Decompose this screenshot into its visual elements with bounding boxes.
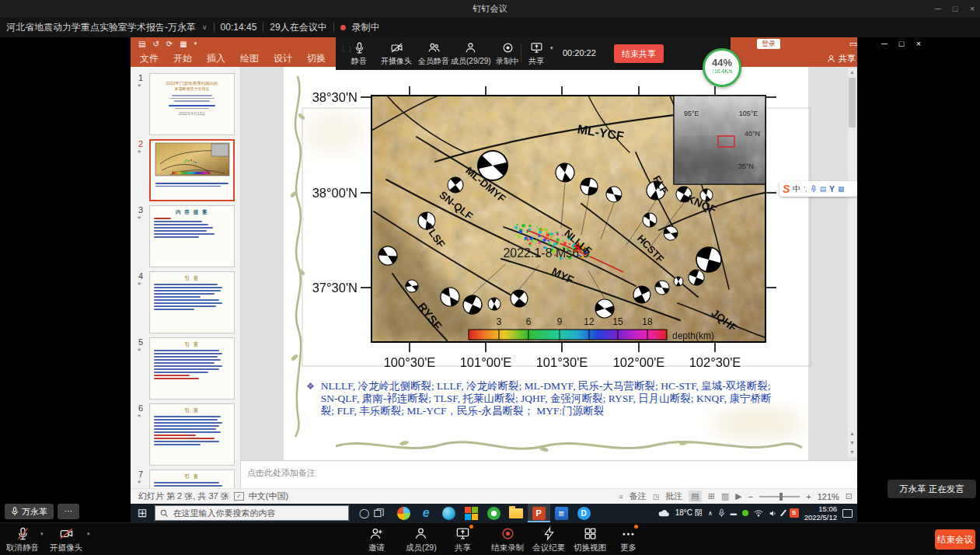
volume-icon[interactable] xyxy=(769,509,777,518)
taskbar-app-green[interactable] xyxy=(483,504,505,522)
slide-thumbnail-panel[interactable]: 1 ★ 2022年门源地震序列揭示的 发震断层及力学特征 2022年6月12日 … xyxy=(131,67,241,488)
close-button[interactable]: × xyxy=(964,0,980,17)
ppt-login-button[interactable]: 登录 xyxy=(757,39,780,49)
weather-cloud-icon[interactable] xyxy=(658,509,670,517)
scrollbar-thumb[interactable] xyxy=(849,78,856,127)
self-speaking-pill[interactable]: 万永革 xyxy=(5,504,54,519)
taskbar-app-bluedoc[interactable]: ≣ xyxy=(550,504,573,522)
taskbar-app-dingtalk[interactable]: D xyxy=(573,504,595,522)
tray-expand-icon[interactable]: ∧ xyxy=(708,510,713,517)
network-icon[interactable] xyxy=(754,509,763,517)
ribbon-options-icon[interactable]: ▭ xyxy=(845,37,862,50)
slideshow-button[interactable]: ▶ xyxy=(735,491,741,501)
keyboard-icon[interactable]: ▤ xyxy=(820,185,827,193)
share-menu-button[interactable]: 共享 xyxy=(528,41,544,67)
zoom-slider[interactable] xyxy=(759,496,800,497)
stop-record-button[interactable]: 结束录制 xyxy=(491,526,524,553)
comments-toggle[interactable]: 批注 xyxy=(665,490,682,502)
recording-indicator[interactable]: 录制中 xyxy=(496,41,519,67)
sogou-logo-icon[interactable]: S xyxy=(783,183,790,195)
chevron-down-icon[interactable]: ▾ xyxy=(40,531,44,537)
tab-transitions[interactable]: 切换 xyxy=(307,52,326,65)
voice-icon[interactable] xyxy=(811,185,817,193)
skin-icon[interactable]: Y xyxy=(829,185,835,194)
camera-on-button[interactable]: 开摄像头 xyxy=(381,41,412,67)
language-indicator[interactable]: 中文(中国) xyxy=(249,490,288,502)
normal-view-button[interactable]: ▤ xyxy=(689,490,701,502)
ppt-maximize-button[interactable]: □ xyxy=(893,37,910,50)
cortana-icon[interactable]: ◯ xyxy=(355,508,374,518)
start-button[interactable]: ⊞ xyxy=(131,506,155,520)
tab-home[interactable]: 开始 xyxy=(173,52,192,65)
zoom-in-button[interactable]: + xyxy=(806,492,811,501)
scroll-up-icon[interactable]: ▲ xyxy=(848,69,856,75)
invite-button[interactable]: 邀请 xyxy=(368,526,385,553)
sogou-input-toolbar[interactable]: S 中 ’, ▤ Y ▦ xyxy=(779,181,857,197)
ppt-share-button[interactable]: 共享 xyxy=(827,50,856,67)
tray-sogou-icon[interactable]: S xyxy=(790,508,799,518)
chevron-down-icon[interactable]: ▾ xyxy=(550,45,553,51)
edit-scrollbar[interactable]: ▲ ▲ ▼ ▼ xyxy=(848,68,856,457)
members-button[interactable]: 成员(29/29) xyxy=(451,41,491,67)
punctuation-icon[interactable]: ’, xyxy=(804,185,807,193)
chevron-down-icon[interactable]: ∨ xyxy=(202,23,208,31)
notification-center-icon[interactable] xyxy=(842,509,853,518)
minimize-button[interactable]: ─ xyxy=(930,0,946,17)
thumbnail-slide-5[interactable]: 引 言 xyxy=(149,337,235,400)
save-icon[interactable]: ▤ xyxy=(138,40,145,48)
camera-on-button[interactable]: 开摄像头 xyxy=(50,526,82,553)
task-view-icon[interactable] xyxy=(374,508,392,518)
taskbar-search[interactable]: 在这里输入你要搜索的内容 xyxy=(155,505,349,521)
minutes-button[interactable]: 会议纪要 xyxy=(532,526,565,553)
end-share-button[interactable]: 结束共享 xyxy=(614,44,664,63)
thumbnail-slide-1[interactable]: 2022年门源地震序列揭示的 发震断层及力学特征 2022年6月12日 xyxy=(149,73,235,135)
more-button[interactable]: 更多 xyxy=(620,526,636,553)
thumbnail-slide-6[interactable]: 引 言 xyxy=(149,403,235,466)
zoom-slider-thumb[interactable] xyxy=(779,493,783,501)
tray-mic-icon[interactable] xyxy=(718,508,725,518)
pen-icon[interactable] xyxy=(780,510,786,517)
taskbar-app-browser360[interactable] xyxy=(392,504,415,522)
ppt-minimize-button[interactable]: ─ xyxy=(876,37,893,50)
end-meeting-button[interactable]: 结束会议 xyxy=(935,529,975,550)
chevron-down-icon[interactable]: ▾ xyxy=(87,531,90,537)
taskbar-clock[interactable]: 15:06 2022/5/12 xyxy=(804,504,837,522)
self-more-button[interactable]: ··· xyxy=(58,504,79,519)
notes-toggle[interactable]: 备注 xyxy=(630,490,647,502)
prev-slide-icon[interactable]: ▲ xyxy=(848,431,856,436)
redo-icon[interactable]: ⟳ xyxy=(166,40,173,48)
notes-pane[interactable]: 点击此处添加备注 xyxy=(241,460,857,488)
next-slide-icon[interactable]: ▼ xyxy=(848,440,856,445)
thumbnail-slide-2-selected[interactable] xyxy=(149,139,235,201)
ppt-close-button[interactable]: × xyxy=(910,37,927,50)
tab-insert[interactable]: 插入 xyxy=(207,52,225,65)
tab-draw[interactable]: 绘图 xyxy=(240,52,259,65)
thumbnail-slide-7[interactable]: 引 言 xyxy=(149,469,235,488)
spellcheck-icon[interactable]: ✓ xyxy=(234,492,244,501)
share-button[interactable]: 共享 xyxy=(455,526,471,553)
reading-view-button[interactable]: ▥ xyxy=(721,491,729,501)
zoom-out-button[interactable]: − xyxy=(748,492,753,501)
slideshow-quick-icon[interactable]: ▦ xyxy=(180,40,187,48)
undo-icon[interactable]: ↺ xyxy=(152,40,159,48)
sorter-view-button[interactable]: ⊞ xyxy=(708,491,715,501)
taskbar-app-ie[interactable]: e xyxy=(415,504,438,522)
tab-file[interactable]: 文件 xyxy=(140,52,159,65)
taskbar-app-powerpoint-active[interactable]: P xyxy=(528,504,550,522)
zoom-level[interactable]: 121% xyxy=(818,492,839,501)
taskbar-app-explorer[interactable] xyxy=(505,504,528,522)
fit-window-button[interactable]: ⊡ xyxy=(846,491,853,501)
net-speed-widget[interactable]: 44% ↑16.4K/s xyxy=(703,48,741,87)
input-mode-toggle[interactable]: 中 xyxy=(793,183,800,194)
tray-band-icon[interactable]: ▬ xyxy=(731,510,737,517)
unmute-button[interactable]: 取消静音 xyxy=(6,526,39,553)
members-button[interactable]: 成员(29) xyxy=(406,526,437,553)
maximize-button[interactable]: □ xyxy=(947,0,963,17)
toolbox-icon[interactable]: ▦ xyxy=(838,185,845,193)
tray-green-icon[interactable] xyxy=(742,510,748,516)
qat-caret-icon[interactable]: ▾ xyxy=(194,40,197,47)
mute-all-button[interactable]: 全员静音 xyxy=(418,41,449,67)
tab-design[interactable]: 设计 xyxy=(274,52,292,65)
switch-view-button[interactable]: 切换视图 xyxy=(574,526,606,553)
mute-button[interactable]: 静音 xyxy=(351,41,367,67)
